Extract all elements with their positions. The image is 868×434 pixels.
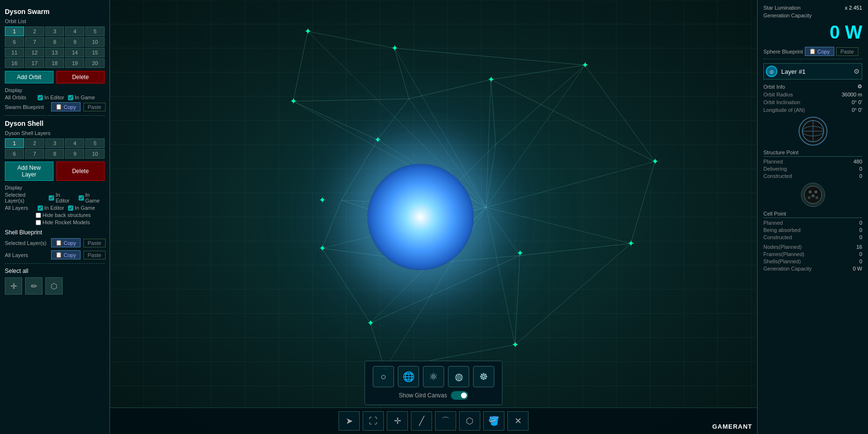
- layer-num-4[interactable]: 4: [65, 138, 84, 148]
- orbit-num-12[interactable]: 12: [25, 48, 44, 57]
- planned-label: Planned: [763, 159, 783, 164]
- swarm-paste-button[interactable]: Paste: [83, 103, 106, 111]
- arc-tool[interactable]: ⌒: [435, 411, 456, 431]
- polygon-tool[interactable]: ⬡: [45, 277, 63, 295]
- orbit-num-16[interactable]: 16: [5, 58, 24, 68]
- move-strip-tool[interactable]: ✛: [387, 411, 408, 431]
- add-new-layer-button[interactable]: Add New Layer: [5, 162, 54, 181]
- all-layers-s-label: All Layers: [5, 252, 48, 258]
- selected-in-game-check[interactable]: In Game: [79, 192, 105, 203]
- fan-tool[interactable]: ☸: [473, 366, 494, 387]
- orbit-num-18[interactable]: 18: [45, 58, 65, 68]
- in-game-check-swarm[interactable]: In Game: [68, 95, 95, 100]
- hide-rocket-models-check[interactable]: Hide Rocket Models: [36, 219, 90, 225]
- cursor-tool[interactable]: ➤: [339, 411, 360, 431]
- orbit-num-5[interactable]: 5: [85, 27, 105, 36]
- svg-line-45: [585, 65, 655, 162]
- poly-strip-tool[interactable]: ⬡: [459, 411, 480, 431]
- hide-back-structures-check[interactable]: Hide back structures: [36, 212, 91, 218]
- cell-planned-value: 0: [859, 220, 862, 226]
- orbit-num-17[interactable]: 17: [25, 58, 44, 68]
- shells-planned-row: Shells(Planned) 0: [763, 258, 862, 264]
- selected-copy-button[interactable]: 📋 Copy: [51, 238, 81, 247]
- orbit-num-11[interactable]: 11: [5, 48, 24, 57]
- star-node-2: ✦: [391, 43, 398, 54]
- copy-icon-selected: 📋: [55, 240, 62, 246]
- orbit-num-15[interactable]: 15: [85, 48, 105, 57]
- orbit-num-13[interactable]: 13: [45, 48, 65, 57]
- add-orbit-button[interactable]: Add Orbit: [5, 71, 54, 83]
- orbit-inclination-value: 0° 0': [852, 99, 862, 105]
- delete-orbit-button[interactable]: Delete: [56, 71, 105, 83]
- layer-num-6[interactable]: 6: [5, 149, 24, 159]
- orbit-num-14[interactable]: 14: [65, 48, 84, 57]
- orbit-info-row: Orbit Info ⚙: [763, 83, 862, 90]
- star-node-5: ✦: [582, 60, 589, 70]
- layer-num-5[interactable]: 5: [85, 138, 105, 148]
- sphere-tool[interactable]: ◍: [448, 366, 469, 387]
- line-tool[interactable]: ╱: [411, 411, 432, 431]
- selected-layers-row: Selected Layer(s) In Editor In Game: [5, 192, 105, 203]
- orbit-num-8[interactable]: 8: [45, 37, 65, 47]
- in-editor-check-swarm[interactable]: In Editor: [38, 95, 64, 100]
- atom-tool[interactable]: ⚛: [423, 366, 444, 387]
- layer-num-1[interactable]: 1: [5, 138, 24, 148]
- svg-line-7: [486, 145, 496, 207]
- orbit-num-19[interactable]: 19: [65, 58, 84, 68]
- all-in-game-check[interactable]: In Game: [68, 205, 95, 211]
- net-tool[interactable]: ⛶: [363, 411, 384, 431]
- show-grid-toggle[interactable]: [451, 391, 468, 400]
- orbit-num-6[interactable]: 6: [5, 37, 24, 47]
- generation-capacity-row: Generation Capacity: [763, 13, 862, 18]
- orbit-settings-icon[interactable]: ⚙: [854, 68, 860, 75]
- delete-layer-button[interactable]: Delete: [56, 162, 105, 181]
- orbit-num-4[interactable]: 4: [65, 27, 84, 36]
- orbit-num-7[interactable]: 7: [25, 37, 44, 47]
- delivering-value: 0: [859, 166, 862, 172]
- shells-planned-value: 0: [859, 258, 862, 264]
- svg-line-4: [486, 80, 491, 207]
- orbit-list-label: Orbit List: [5, 18, 105, 24]
- all-in-editor-check[interactable]: In Editor: [38, 205, 64, 211]
- copy-icon-sphere: 📋: [809, 48, 816, 54]
- layer-num-9[interactable]: 9: [65, 149, 84, 159]
- layer-num-2[interactable]: 2: [25, 138, 44, 148]
- cell-constructed-row: Constructed 0: [763, 234, 862, 240]
- cell-point-section: Cell Point Planned 0 Being absorbed 0 Co…: [763, 211, 862, 240]
- layer-num-7[interactable]: 7: [25, 149, 44, 159]
- circle-tool[interactable]: ○: [373, 366, 394, 387]
- swarm-blueprint-row: Swarm Blueprint 📋 Copy Paste: [5, 102, 105, 111]
- sphere-paste-button[interactable]: Paste: [836, 47, 858, 56]
- selected-paste-button[interactable]: Paste: [83, 239, 106, 247]
- longitude-row: Longitude of (AN) 0° 0': [763, 107, 862, 113]
- orbit-num-3[interactable]: 3: [45, 27, 65, 36]
- all-copy-button[interactable]: 📋 Copy: [51, 250, 81, 259]
- close-tool[interactable]: ✕: [507, 411, 529, 431]
- sphere-blueprint-label: Sphere Blueprint: [763, 49, 803, 54]
- layer-num-8[interactable]: 8: [45, 149, 65, 159]
- paint-tool[interactable]: 🪣: [483, 411, 504, 431]
- orbit-radius-row: Orbit Radius 36000 m: [763, 92, 862, 97]
- orbit-settings-icon2[interactable]: ⚙: [857, 83, 862, 90]
- all-paste-button[interactable]: Paste: [83, 251, 106, 259]
- svg-line-32: [322, 200, 341, 248]
- orbit-num-9[interactable]: 9: [65, 37, 84, 47]
- star-node-10: ✦: [367, 318, 374, 328]
- star-node-4: ✦: [488, 74, 495, 85]
- globe-tool[interactable]: 🌐: [398, 366, 419, 387]
- svg-line-17: [486, 162, 655, 207]
- move-tool[interactable]: ✛: [5, 277, 22, 295]
- svg-line-13: [486, 207, 520, 256]
- constructed-value: 0: [859, 173, 862, 179]
- svg-point-92: [814, 190, 817, 193]
- sphere-copy-button[interactable]: 📋 Copy: [805, 47, 834, 56]
- orbit-num-2[interactable]: 2: [25, 27, 44, 36]
- orbit-num-1[interactable]: 1: [5, 27, 24, 36]
- orbit-num-10[interactable]: 10: [85, 37, 105, 47]
- layer-num-3[interactable]: 3: [45, 138, 65, 148]
- layer-num-10[interactable]: 10: [85, 149, 105, 159]
- edit-tool[interactable]: ✏: [25, 277, 42, 295]
- orbit-num-20[interactable]: 20: [85, 58, 105, 68]
- swarm-copy-button[interactable]: 📋 Copy: [51, 102, 81, 111]
- selected-in-editor-check[interactable]: In Editor: [49, 192, 74, 203]
